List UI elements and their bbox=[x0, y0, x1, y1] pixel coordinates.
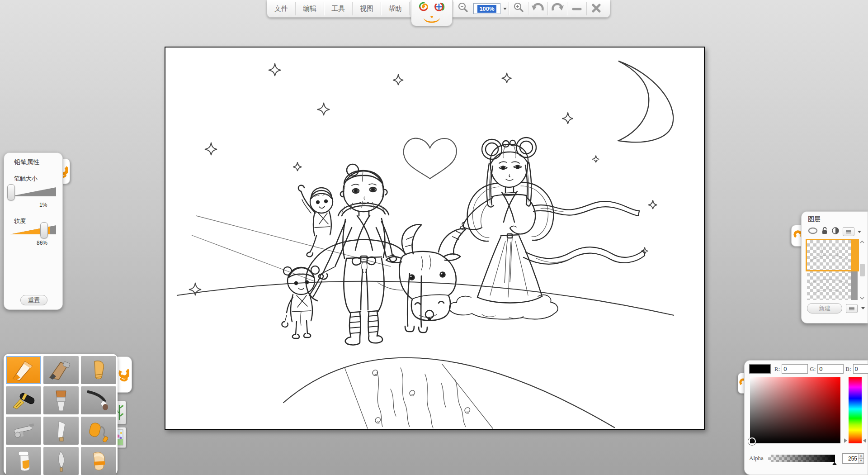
app-window: { "toolbar": { "menus": [ {"label": "文件"… bbox=[0, 0, 868, 475]
drawing-canvas[interactable] bbox=[165, 47, 705, 430]
visibility-oval-icon[interactable] bbox=[808, 227, 818, 236]
tool-airbrush[interactable] bbox=[6, 417, 41, 445]
zoom-level-field[interactable]: 100% bbox=[473, 3, 500, 14]
layer-1-active-strip bbox=[851, 240, 858, 270]
chevron-down-icon[interactable] bbox=[861, 307, 865, 309]
chevron-down-icon[interactable] bbox=[858, 231, 861, 233]
tool-paint-roller[interactable] bbox=[81, 417, 116, 445]
menu-edit[interactable]: 编辑 bbox=[296, 0, 324, 17]
pencil-properties-panel: 铅笔属性 笔触大小 1% 软度 86% 重置 bbox=[4, 152, 63, 310]
current-color-swatch bbox=[749, 364, 771, 374]
layer-row-2[interactable] bbox=[807, 270, 858, 300]
g-input[interactable] bbox=[817, 364, 844, 374]
fountain-pen-icon bbox=[9, 389, 38, 412]
close-button[interactable] bbox=[587, 0, 606, 17]
r-label: R: bbox=[774, 366, 780, 373]
b-input[interactable] bbox=[853, 364, 868, 374]
app-logo bbox=[411, 0, 453, 26]
calligraphy-brush-icon bbox=[85, 389, 113, 412]
b-label: B: bbox=[845, 366, 851, 373]
r-input[interactable] bbox=[782, 364, 808, 374]
logo-swirl-left-icon bbox=[418, 1, 430, 15]
menu-lines-icon bbox=[849, 306, 855, 311]
layer-list-scrollbar[interactable] bbox=[859, 240, 866, 300]
moon bbox=[618, 61, 673, 142]
alpha-spin-up[interactable]: ▲ bbox=[859, 454, 863, 458]
layer-2-thumbnail bbox=[807, 270, 851, 300]
menu-file[interactable]: 文件 bbox=[267, 0, 295, 17]
zoom-dropdown-button[interactable] bbox=[501, 0, 509, 17]
alpha-input[interactable] bbox=[843, 454, 858, 463]
paint-roller-icon bbox=[85, 419, 113, 442]
minimize-button[interactable] bbox=[567, 0, 586, 17]
layer-1-thumbnail bbox=[807, 240, 851, 270]
orange-logo-icon bbox=[793, 229, 802, 242]
orange-logo-icon bbox=[118, 367, 129, 382]
tool-pencil[interactable] bbox=[43, 356, 79, 384]
alpha-spin-down[interactable]: ▼ bbox=[859, 458, 863, 463]
zoom-in-button[interactable] bbox=[509, 0, 528, 17]
menu-view[interactable]: 视图 bbox=[353, 0, 381, 17]
tool-palette-knife[interactable] bbox=[43, 417, 79, 445]
zoom-out-button[interactable] bbox=[453, 0, 472, 17]
softness-slider-handle[interactable] bbox=[40, 222, 48, 238]
scroll-down-icon[interactable] bbox=[859, 296, 865, 300]
alpha-slider[interactable] bbox=[768, 455, 835, 462]
saturation-value-square[interactable] bbox=[750, 377, 840, 443]
tool-calligraphy-brush[interactable] bbox=[81, 386, 116, 414]
layer-row-1[interactable] bbox=[807, 240, 858, 270]
alpha-label: Alpha bbox=[749, 455, 764, 462]
color-picker-panel: R: G: B: Alpha ▲ ▼ bbox=[744, 360, 868, 475]
magnifier-plus-icon bbox=[513, 2, 524, 15]
unlock-icon[interactable] bbox=[821, 227, 828, 237]
tool-paint-knife[interactable] bbox=[43, 447, 79, 475]
undo-button[interactable] bbox=[528, 0, 547, 17]
tool-crayon[interactable] bbox=[81, 356, 116, 384]
tool-colored-pencil[interactable] bbox=[6, 356, 41, 384]
softness-slider[interactable] bbox=[10, 224, 56, 235]
tool-eraser[interactable] bbox=[81, 447, 116, 475]
sv-cursor[interactable] bbox=[748, 437, 756, 445]
colored-pencil-icon bbox=[9, 359, 38, 381]
magnifier-minus-icon bbox=[457, 2, 469, 15]
g-label: G: bbox=[810, 366, 816, 373]
hue-marker-right[interactable] bbox=[863, 438, 866, 443]
tool-paint-jar[interactable] bbox=[6, 447, 41, 475]
layer-options-button[interactable] bbox=[843, 227, 854, 236]
reset-button[interactable]: 重置 bbox=[20, 295, 47, 305]
paint-knife-icon bbox=[47, 450, 75, 472]
layers-panel: 图层 bbox=[801, 211, 868, 323]
heart bbox=[404, 138, 457, 179]
paint-jar-icon bbox=[9, 450, 38, 472]
brush-size-slider-handle[interactable] bbox=[7, 184, 15, 200]
tool-fountain-pen[interactable] bbox=[6, 386, 41, 414]
zoom-level-value: 100% bbox=[477, 5, 496, 13]
contrast-icon[interactable] bbox=[831, 227, 840, 237]
menu-tools[interactable]: 工具 bbox=[324, 0, 352, 17]
tool-oil-brush[interactable] bbox=[43, 386, 79, 414]
brush-size-value: 1% bbox=[39, 202, 47, 208]
layer-list-menu-button[interactable] bbox=[846, 304, 858, 313]
oil-brush-icon bbox=[47, 389, 75, 412]
airbrush-icon bbox=[9, 419, 38, 442]
brush-size-slider[interactable] bbox=[10, 186, 56, 197]
alpha-marker[interactable] bbox=[832, 462, 837, 465]
ox bbox=[306, 224, 466, 332]
layers-panel-title: 图层 bbox=[808, 215, 866, 223]
new-layer-button[interactable]: 新建 bbox=[807, 303, 842, 314]
redo-button[interactable] bbox=[548, 0, 567, 17]
hue-marker-left[interactable] bbox=[844, 438, 847, 443]
canvas-artwork bbox=[165, 48, 704, 429]
hue-bar[interactable] bbox=[849, 377, 862, 443]
crayon-icon bbox=[85, 359, 113, 381]
alpha-spinner: ▲ ▼ bbox=[842, 453, 864, 464]
scroll-up-icon[interactable] bbox=[859, 240, 865, 244]
minimize-icon bbox=[571, 2, 583, 15]
scrollbar-thumb[interactable] bbox=[860, 264, 865, 276]
menu-help[interactable]: 帮助 bbox=[381, 0, 409, 17]
softness-value: 86% bbox=[37, 240, 47, 246]
redo-icon bbox=[551, 2, 564, 15]
pencil-panel-title: 铅笔属性 bbox=[14, 158, 39, 166]
palette-knife-icon bbox=[47, 419, 75, 442]
river bbox=[283, 358, 614, 428]
